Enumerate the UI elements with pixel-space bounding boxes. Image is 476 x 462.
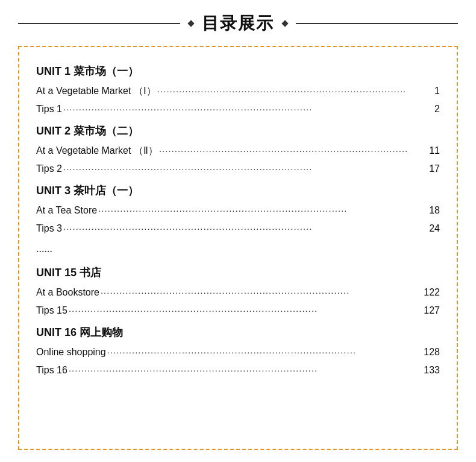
toc-item: Tips 15·································… [36,302,440,320]
page-title: 目录展示 [202,12,274,35]
toc-item-page: 127 [424,302,440,320]
toc-item: At a Bookstore··························… [36,283,440,302]
page-container: 目录展示 UNIT 1 菜市场（一）At a Vegetable Market … [0,0,476,462]
toc-item-label: Tips 16 [36,361,67,379]
toc-item-page: 11 [429,142,440,160]
toc-unit-title: UNIT 1 菜市场（一） [36,60,440,82]
toc-item-dots: ········································… [62,160,429,177]
toc-item-dots: ········································… [67,362,424,379]
toc-item-dots: ········································… [97,202,429,219]
toc-item-page: 18 [429,201,440,220]
toc-item-label: Tips 3 [36,220,62,238]
toc-unit-title: UNIT 16 网上购物 [36,321,440,343]
toc-item: Tips 2··································… [36,160,440,178]
toc-item: At a Vegetable Market （Ⅱ）···············… [36,142,440,160]
toc-unit-title: UNIT 3 茶叶店（一） [36,180,440,201]
toc-item-page: 17 [429,160,440,178]
toc-item-dots: ········································… [62,220,429,237]
toc-item-dots: ········································… [99,284,424,301]
title-section: 目录展示 [18,12,458,35]
toc-item-label: Online shopping [36,343,106,361]
toc-item-dots: ········································… [158,142,429,159]
toc-item: At a Vegetable Market （Ⅰ）···············… [36,82,440,100]
toc-item: At a Tea Store··························… [36,201,440,220]
toc-box: UNIT 1 菜市场（一）At a Vegetable Market （Ⅰ）··… [18,46,458,450]
title-diamond-left [187,20,194,27]
toc-item: Tips 3··································… [36,220,440,238]
toc-item-label: At a Vegetable Market （Ⅱ） [36,142,158,160]
toc-item-dots: ········································… [67,302,424,319]
toc-item-dots: ········································… [106,344,424,361]
toc-item-label: At a Vegetable Market （Ⅰ） [36,82,156,100]
toc-item-label: At a Tea Store [36,201,97,220]
toc-item-page: 133 [424,361,440,379]
toc-item-page: 1 [434,82,440,100]
toc-item-label: Tips 1 [36,100,62,118]
toc-item-label: Tips 2 [36,160,62,178]
toc-item: Tips 1··································… [36,100,440,118]
title-line-left [18,23,180,24]
title-diamond-right [281,20,288,27]
toc-item-label: Tips 15 [36,302,67,320]
toc-unit-title: UNIT 2 菜市场（二） [36,120,440,142]
toc-item-page: 24 [429,220,440,238]
toc-item-dots: ········································… [62,101,434,118]
toc-unit-title: UNIT 15 书店 [36,262,440,283]
toc-ellipsis: ...... [36,238,440,259]
toc-item-label: At a Bookstore [36,283,99,302]
toc-item: Tips 16·································… [36,361,440,379]
toc-item-page: 128 [424,343,440,361]
toc-item-page: 122 [424,283,440,302]
toc-item-page: 2 [434,100,440,118]
toc-item-dots: ········································… [156,83,434,100]
title-line-right [296,23,458,24]
toc-item: Online shopping·························… [36,343,440,361]
